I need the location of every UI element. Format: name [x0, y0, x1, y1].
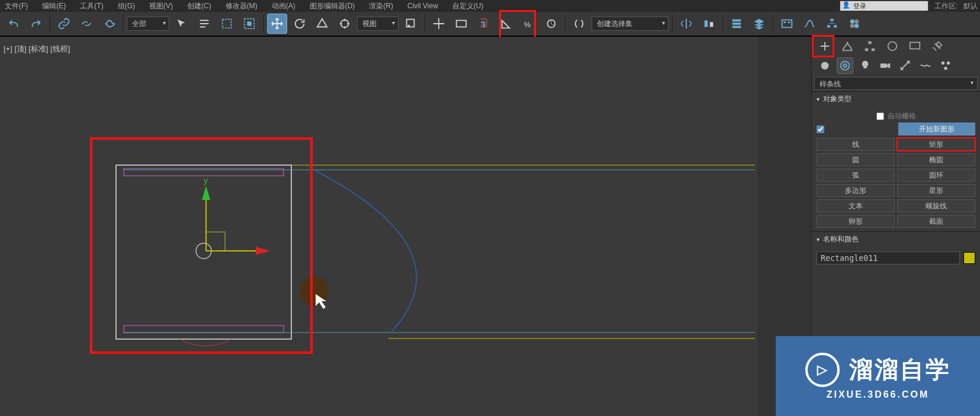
svg-text:%: % [524, 20, 531, 29]
menu-create[interactable]: 创建(C) [185, 1, 214, 11]
menubar: 文件(F) 编辑(E) 工具(T) 组(G) 视图(V) 创建(C) 修改器(M… [0, 0, 980, 12]
tab-utilities[interactable] [928, 38, 947, 54]
tab-display[interactable] [905, 38, 924, 54]
svg-rect-19 [827, 25, 831, 28]
rollout-object-type[interactable]: 对象类型 [812, 91, 980, 107]
name-color-row [812, 247, 980, 269]
rect-select-icon[interactable] [217, 14, 237, 34]
menu-edit[interactable]: 编辑(E) [40, 1, 68, 11]
undo-icon[interactable] [4, 14, 24, 34]
axis-y-label: y [204, 176, 208, 185]
rollout-name-color[interactable]: 名称和颜色 [812, 231, 980, 247]
svg-rect-15 [782, 20, 792, 28]
shape-donut-button[interactable]: 圆环 [897, 169, 975, 182]
link-icon[interactable] [54, 14, 74, 34]
shape-ngon-button[interactable]: 多边形 [817, 184, 895, 197]
menu-civilview[interactable]: Civil View [405, 2, 441, 10]
start-new-shape-button[interactable]: 开始新图形 [898, 122, 975, 136]
auto-grid-label: 自动栅格 [888, 111, 916, 121]
shape-text-button[interactable]: 文本 [817, 199, 895, 212]
cat-systems-icon[interactable] [937, 57, 954, 74]
svg-rect-39 [91, 138, 311, 353]
viewport-top[interactable]: [+] [顶] [标准] [线框] y [0, 37, 758, 416]
layer-explorer-icon[interactable] [727, 14, 747, 34]
menu-animation[interactable]: 动画(A) [269, 1, 298, 11]
auto-grid-checkbox[interactable] [876, 112, 884, 120]
cat-geometry-icon[interactable] [817, 57, 833, 74]
menu-tools[interactable]: 工具(T) [78, 1, 105, 11]
menubar-right: 登录 工作区: 默认 [840, 1, 978, 11]
svg-point-24 [854, 24, 859, 28]
shape-ellipse-button[interactable]: 椭圆 [897, 153, 975, 166]
shape-line-button[interactable]: 线 [817, 138, 895, 151]
brand-watermark: ▷ 溜溜自学 ZIXUE.3D66.COM [776, 336, 980, 416]
move-gizmo-icon[interactable] [267, 14, 287, 34]
menu-group[interactable]: 组(G) [115, 1, 137, 11]
use-pivot-icon[interactable] [401, 14, 421, 34]
shape-section-button[interactable]: 截面 [897, 215, 975, 228]
select-name-icon[interactable] [194, 14, 214, 34]
spinner-snap-icon[interactable] [541, 14, 561, 34]
rotate-gizmo-icon[interactable] [290, 14, 310, 34]
menu-file[interactable]: 文件(F) [2, 1, 30, 11]
select-object-icon[interactable] [172, 14, 192, 34]
svg-marker-34 [202, 186, 210, 200]
keyboard-shortcut-icon[interactable] [451, 14, 471, 34]
percent-snap-icon[interactable]: % [519, 14, 539, 34]
shape-rectangle-button[interactable]: 矩形 [897, 138, 975, 151]
placement-icon[interactable] [335, 14, 355, 34]
cat-lights-icon[interactable] [857, 57, 873, 74]
shape-egg-button[interactable]: 卵形 [817, 215, 895, 228]
selection-filter-dropdown[interactable]: 全部 [127, 17, 169, 31]
bind-icon[interactable] [99, 14, 119, 34]
angle-snap-icon[interactable] [496, 14, 516, 34]
toolbar-sep [565, 15, 565, 33]
tab-hierarchy[interactable] [860, 38, 879, 54]
manipulate-icon[interactable] [429, 14, 449, 34]
named-selection-dropdown[interactable]: 创建选择集 [592, 17, 669, 31]
curve-editor-icon[interactable] [799, 14, 820, 34]
snap-toggle-icon[interactable]: 3 [474, 14, 494, 34]
menu-customize[interactable]: 自定义(U) [450, 1, 486, 11]
main-toolbar: 全部 视图 3 % 创建选 [0, 12, 980, 37]
toolbar-sep [672, 15, 673, 33]
cat-spacewarps-icon[interactable] [917, 57, 934, 74]
tab-motion[interactable] [883, 38, 902, 54]
login-box[interactable]: 登录 [840, 1, 928, 11]
tab-modify[interactable] [838, 38, 857, 54]
mirror-icon[interactable] [676, 14, 696, 34]
cat-shapes-icon[interactable] [837, 57, 853, 74]
svg-point-50 [947, 62, 950, 65]
ref-coord-dropdown[interactable]: 视图 [357, 17, 399, 31]
object-color-swatch[interactable] [963, 252, 975, 264]
shape-star-button[interactable]: 星形 [897, 184, 975, 197]
cat-helpers-icon[interactable] [897, 57, 914, 74]
redo-icon[interactable] [26, 14, 46, 34]
shape-arc-button[interactable]: 弧 [817, 169, 895, 182]
ribbon-icon[interactable] [777, 14, 797, 34]
svg-point-43 [888, 42, 897, 51]
material-editor-icon[interactable] [844, 14, 865, 34]
cat-cameras-icon[interactable] [877, 57, 894, 74]
svg-rect-10 [705, 21, 708, 27]
menu-render[interactable]: 渲染(R) [367, 1, 396, 11]
start-new-shape-checkbox[interactable] [817, 125, 824, 133]
workspace-value[interactable]: 默认 [963, 1, 978, 11]
layer-manager-icon[interactable] [749, 14, 769, 34]
tab-create[interactable] [815, 38, 834, 54]
shape-helix-button[interactable]: 螺旋线 [897, 199, 975, 212]
schematic-view-icon[interactable] [822, 14, 842, 34]
unlink-icon[interactable] [76, 14, 97, 34]
menu-modifiers[interactable]: 修改器(M) [223, 1, 260, 11]
align-icon[interactable] [699, 14, 719, 34]
shape-circle-button[interactable]: 圆 [817, 153, 895, 166]
scale-gizmo-icon[interactable] [312, 14, 332, 34]
svg-rect-12 [732, 20, 741, 22]
object-name-input[interactable] [817, 251, 960, 265]
window-crossing-icon[interactable] [239, 14, 259, 34]
category-dropdown[interactable]: 样条线 [814, 77, 978, 90]
menu-view[interactable]: 视图(V) [147, 1, 175, 11]
selection-set-icon[interactable] [569, 14, 589, 34]
svg-rect-13 [732, 22, 741, 25]
menu-grapheditors[interactable]: 图形编辑器(D) [307, 1, 358, 11]
